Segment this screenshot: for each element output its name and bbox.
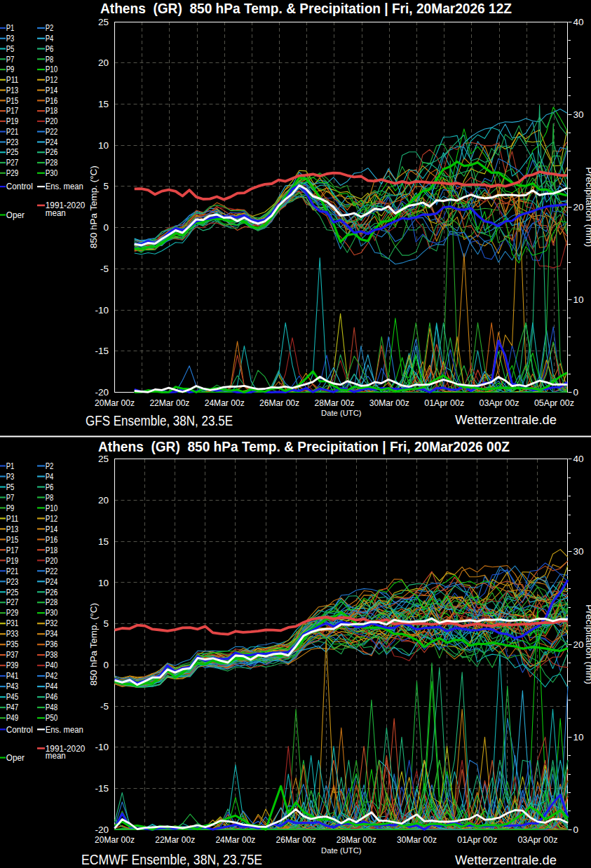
svg-text:P23: P23: [6, 137, 19, 147]
svg-text:P13: P13: [6, 86, 19, 95]
svg-text:P39: P39: [6, 660, 19, 670]
svg-text:P10: P10: [46, 503, 58, 513]
svg-text:P10: P10: [46, 65, 58, 74]
svg-text:P38: P38: [46, 650, 58, 660]
svg-text:-10: -10: [95, 305, 109, 316]
svg-text:P1: P1: [6, 23, 15, 33]
svg-text:P6: P6: [46, 44, 54, 54]
svg-text:24Mar 00z: 24Mar 00z: [215, 834, 255, 845]
svg-text:P16: P16: [46, 96, 58, 106]
svg-text:850 hPa Temp. (°C): 850 hPa Temp. (°C): [88, 603, 99, 686]
svg-text:P15: P15: [6, 535, 19, 545]
svg-text:05Apr 00z: 05Apr 00z: [534, 398, 574, 408]
svg-text:40: 40: [573, 454, 584, 464]
svg-text:-5: -5: [100, 264, 109, 274]
svg-text:P11: P11: [6, 75, 19, 85]
svg-text:P48: P48: [46, 703, 58, 712]
svg-text:P42: P42: [46, 671, 58, 681]
svg-text:P12: P12: [46, 75, 58, 85]
svg-text:-20: -20: [95, 825, 109, 835]
svg-text:-5: -5: [100, 701, 109, 712]
svg-text:P50: P50: [46, 713, 58, 723]
svg-text:P27: P27: [6, 158, 19, 168]
svg-text:P19: P19: [6, 556, 19, 566]
svg-text:P15: P15: [6, 96, 19, 106]
svg-text:P11: P11: [6, 514, 19, 524]
svg-text:26Mar 00z: 26Mar 00z: [259, 398, 299, 408]
svg-text:40: 40: [573, 17, 584, 27]
svg-text:P9: P9: [6, 503, 15, 513]
svg-text:P30: P30: [46, 168, 58, 178]
svg-text:P40: P40: [46, 660, 58, 670]
svg-text:P14: P14: [46, 524, 58, 534]
svg-text:P22: P22: [46, 127, 58, 137]
svg-text:P17: P17: [6, 545, 19, 555]
svg-text:P18: P18: [46, 545, 58, 555]
svg-text:28Mar 00z: 28Mar 00z: [315, 398, 355, 408]
svg-text:24Mar 00z: 24Mar 00z: [205, 398, 245, 408]
svg-text:Ens. mean: Ens. mean: [46, 182, 83, 191]
svg-text:ECMWF Ensemble, 38N, 23.75E: ECMWF Ensemble, 38N, 23.75E: [81, 852, 262, 867]
svg-text:30: 30: [573, 546, 584, 557]
svg-text:0: 0: [573, 825, 579, 835]
svg-text:P46: P46: [46, 692, 58, 702]
svg-text:15: 15: [98, 536, 109, 547]
svg-text:P44: P44: [46, 681, 58, 691]
svg-text:-15: -15: [95, 783, 109, 794]
svg-text:20Mar 00z: 20Mar 00z: [95, 834, 135, 845]
svg-text:P33: P33: [6, 629, 19, 639]
svg-text:P26: P26: [46, 588, 58, 597]
svg-text:P32: P32: [46, 618, 58, 628]
svg-text:P2: P2: [46, 461, 54, 471]
svg-text:Ens. mean: Ens. mean: [46, 725, 83, 735]
svg-text:P34: P34: [46, 629, 58, 639]
svg-text:Wetterzentrale.de: Wetterzentrale.de: [455, 853, 557, 867]
svg-text:10: 10: [98, 578, 109, 588]
svg-text:P9: P9: [6, 65, 15, 74]
svg-text:Athens (GR) 850 hPa Temp. &: Athens (GR) 850 hPa Temp. & Precipitatio…: [100, 1, 512, 16]
svg-text:P28: P28: [46, 158, 58, 168]
svg-text:03Apr 00z: 03Apr 00z: [517, 834, 557, 845]
svg-text:P7: P7: [6, 55, 15, 65]
svg-text:mean: mean: [46, 751, 66, 761]
svg-text:P4: P4: [46, 472, 54, 482]
svg-text:P17: P17: [6, 106, 19, 116]
svg-text:Oper: Oper: [6, 210, 25, 220]
svg-text:P35: P35: [6, 639, 19, 649]
svg-text:P27: P27: [6, 597, 19, 607]
svg-text:P6: P6: [46, 482, 54, 492]
svg-text:P13: P13: [6, 524, 19, 534]
svg-text:P22: P22: [46, 567, 58, 576]
svg-text:P28: P28: [46, 597, 58, 607]
svg-text:P49: P49: [6, 713, 19, 723]
svg-text:P26: P26: [46, 147, 58, 157]
svg-text:P19: P19: [6, 116, 19, 126]
svg-text:10: 10: [573, 732, 584, 742]
svg-text:P20: P20: [46, 556, 58, 566]
svg-text:P12: P12: [46, 514, 58, 524]
svg-text:22Mar 00z: 22Mar 00z: [149, 398, 189, 408]
svg-text:P29: P29: [6, 608, 19, 618]
svg-text:P21: P21: [6, 567, 19, 576]
svg-text:P24: P24: [46, 137, 58, 147]
svg-text:P21: P21: [6, 127, 19, 137]
svg-text:P18: P18: [46, 106, 58, 116]
svg-text:Control: Control: [6, 182, 33, 191]
svg-text:10: 10: [573, 294, 584, 305]
svg-text:P25: P25: [6, 147, 19, 157]
svg-text:20: 20: [98, 57, 109, 68]
svg-text:25: 25: [98, 17, 109, 27]
svg-text:Athens (GR) 850 hPa Temp. &: Athens (GR) 850 hPa Temp. & Precipitatio…: [98, 439, 510, 454]
svg-text:-10: -10: [95, 742, 109, 752]
svg-text:P25: P25: [6, 588, 19, 597]
svg-text:Control: Control: [6, 725, 33, 735]
svg-text:30: 30: [573, 109, 584, 120]
svg-text:P31: P31: [6, 618, 19, 628]
svg-text:28Mar 00z: 28Mar 00z: [337, 834, 376, 845]
svg-text:P5: P5: [6, 482, 15, 492]
svg-text:Wetterzentrale.de: Wetterzentrale.de: [455, 413, 557, 427]
svg-text:P16: P16: [46, 535, 58, 545]
svg-text:01Apr 00z: 01Apr 00z: [424, 398, 464, 408]
svg-text:01Apr 00z: 01Apr 00z: [457, 834, 497, 845]
svg-text:P8: P8: [46, 493, 54, 503]
